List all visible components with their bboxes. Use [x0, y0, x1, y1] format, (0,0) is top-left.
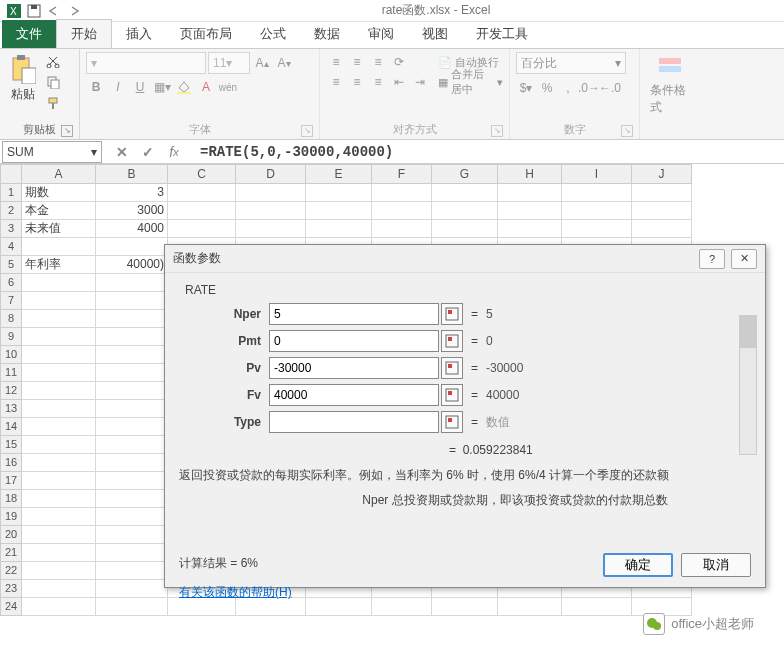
row-header[interactable]: 18 [0, 490, 22, 508]
fill-color-button[interactable] [174, 77, 194, 97]
cell[interactable] [22, 508, 96, 526]
phonetic-button[interactable]: wén [218, 77, 238, 97]
col-header[interactable]: F [372, 164, 432, 184]
decrease-font-icon[interactable]: A▾ [274, 53, 294, 73]
comma-icon[interactable]: , [558, 78, 578, 98]
cell[interactable] [306, 202, 372, 220]
row-header[interactable]: 22 [0, 562, 22, 580]
bold-button[interactable]: B [86, 77, 106, 97]
param-input-type[interactable] [269, 411, 439, 433]
name-box[interactable]: SUM▾ [2, 141, 102, 163]
cell[interactable] [168, 220, 236, 238]
cut-icon[interactable] [44, 52, 62, 70]
align-left-icon[interactable]: ≡ [326, 72, 346, 92]
row-header[interactable]: 3 [0, 220, 22, 238]
cell[interactable] [22, 328, 96, 346]
cell[interactable] [96, 382, 168, 400]
param-input-nper[interactable] [269, 303, 439, 325]
cell[interactable] [168, 184, 236, 202]
row-header[interactable]: 6 [0, 274, 22, 292]
ok-button[interactable]: 确定 [603, 553, 673, 577]
increase-font-icon[interactable]: A▴ [252, 53, 272, 73]
align-top-icon[interactable]: ≡ [326, 52, 346, 72]
cell[interactable] [562, 202, 632, 220]
dialog-launcher-icon[interactable]: ↘ [301, 125, 313, 137]
function-help-link[interactable]: 有关该函数的帮助(H) [179, 584, 292, 601]
row-header[interactable]: 16 [0, 454, 22, 472]
cell[interactable] [96, 364, 168, 382]
dec-decimal-icon[interactable]: ←.0 [600, 78, 620, 98]
cell[interactable] [372, 202, 432, 220]
cell[interactable] [306, 220, 372, 238]
formula-input[interactable]: =RATE(5,0,-30000,40000) [194, 144, 784, 160]
row-header[interactable]: 10 [0, 346, 22, 364]
cell[interactable] [96, 310, 168, 328]
number-format-select[interactable]: 百分比▾ [516, 52, 626, 74]
cell[interactable] [632, 220, 692, 238]
cell[interactable] [498, 220, 562, 238]
cell[interactable] [306, 184, 372, 202]
cell[interactable] [96, 292, 168, 310]
cell[interactable] [22, 472, 96, 490]
cell[interactable] [22, 346, 96, 364]
cell[interactable] [498, 184, 562, 202]
close-button[interactable]: ✕ [731, 249, 757, 269]
cell[interactable] [22, 400, 96, 418]
cell[interactable] [22, 526, 96, 544]
cell[interactable] [22, 562, 96, 580]
align-center-icon[interactable]: ≡ [347, 72, 367, 92]
cell[interactable] [432, 220, 498, 238]
cell[interactable] [22, 544, 96, 562]
dialog-launcher-icon[interactable]: ↘ [621, 125, 633, 137]
tab-dev[interactable]: 开发工具 [462, 20, 542, 48]
range-selector-icon[interactable] [441, 330, 463, 352]
cell[interactable] [432, 202, 498, 220]
row-header[interactable]: 23 [0, 580, 22, 598]
cell[interactable] [22, 580, 96, 598]
cell[interactable]: 本金 [22, 202, 96, 220]
cell[interactable] [22, 598, 96, 616]
cell[interactable] [22, 238, 96, 256]
cell[interactable] [96, 436, 168, 454]
row-header[interactable]: 24 [0, 598, 22, 616]
cell[interactable] [96, 346, 168, 364]
format-painter-icon[interactable] [44, 94, 62, 112]
font-color-button[interactable]: A [196, 77, 216, 97]
tab-data[interactable]: 数据 [300, 20, 354, 48]
cell[interactable] [22, 364, 96, 382]
cell[interactable] [96, 454, 168, 472]
row-header[interactable]: 4 [0, 238, 22, 256]
tab-insert[interactable]: 插入 [112, 20, 166, 48]
cell[interactable] [96, 328, 168, 346]
cell[interactable] [22, 418, 96, 436]
tab-view[interactable]: 视图 [408, 20, 462, 48]
paste-button[interactable]: 粘贴 [6, 52, 40, 105]
cell[interactable] [96, 238, 168, 256]
cell[interactable] [96, 580, 168, 598]
cell[interactable]: 4000 [96, 220, 168, 238]
cell[interactable] [498, 202, 562, 220]
cell[interactable] [168, 202, 236, 220]
cell[interactable]: 3 [96, 184, 168, 202]
cell[interactable] [562, 220, 632, 238]
font-family-select[interactable]: ▾ [86, 52, 206, 74]
cell[interactable] [22, 454, 96, 472]
dialog-launcher-icon[interactable]: ↘ [491, 125, 503, 137]
cell[interactable] [96, 472, 168, 490]
cell[interactable] [96, 544, 168, 562]
cell[interactable] [372, 184, 432, 202]
col-header[interactable]: H [498, 164, 562, 184]
inc-decimal-icon[interactable]: .0→ [579, 78, 599, 98]
cell[interactable] [96, 526, 168, 544]
align-bottom-icon[interactable]: ≡ [368, 52, 388, 72]
enter-icon[interactable]: ✓ [138, 142, 158, 162]
cell[interactable] [96, 418, 168, 436]
cell[interactable] [236, 220, 306, 238]
range-selector-icon[interactable] [441, 357, 463, 379]
copy-icon[interactable] [44, 73, 62, 91]
cell[interactable]: 年利率 [22, 256, 96, 274]
cancel-button[interactable]: 取消 [681, 553, 751, 577]
cell[interactable] [22, 490, 96, 508]
range-selector-icon[interactable] [441, 411, 463, 433]
cell[interactable] [562, 184, 632, 202]
